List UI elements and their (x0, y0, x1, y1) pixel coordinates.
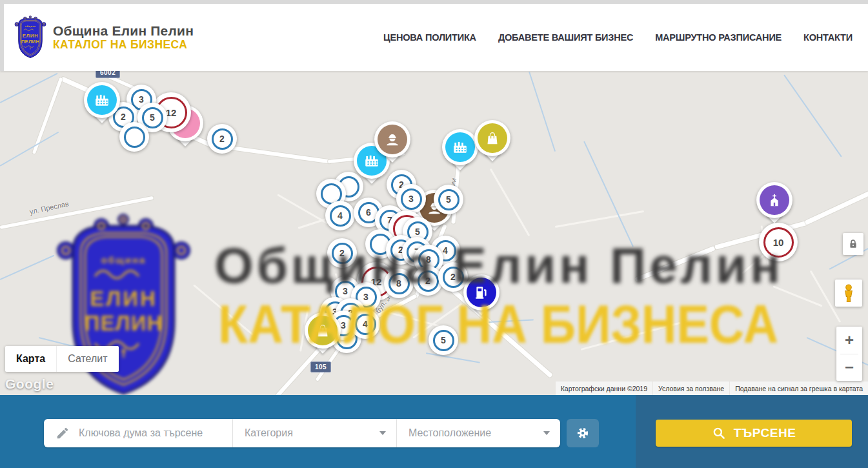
map-waterway (783, 74, 842, 157)
cluster-count: 8 (389, 273, 410, 294)
map-cluster-marker[interactable]: 10 (759, 223, 798, 261)
map-waterway (0, 255, 54, 280)
nav-add-your-business[interactable]: ДОБАВЕТЕ ВАШИЯТ БИЗНЕС (498, 32, 633, 43)
map-waterway (583, 141, 634, 247)
attribution-copyright: Картографски данни ©2019 (556, 382, 652, 395)
search-icon (712, 426, 726, 440)
cluster-count: 5 (142, 107, 163, 128)
location-dropdown-value: Местоположение (409, 427, 491, 439)
map-road (555, 210, 644, 228)
zoom-out-button[interactable]: − (836, 354, 862, 382)
main-nav: ЦЕНОВА ПОЛИТИКА ДОБАВЕТЕ ВАШИЯТ БИЗНЕС М… (383, 32, 853, 43)
map-type-control: Карта Сателит (5, 346, 119, 372)
road-number-badge: 105 (310, 361, 331, 372)
search-bar: Категория Местоположение ТЪРСЕНЕ (0, 395, 868, 468)
attribution-terms-link[interactable]: Условия за ползване (653, 382, 729, 395)
map-road (32, 77, 63, 154)
pegman-street-view-button[interactable] (835, 280, 862, 307)
map-pin-marker[interactable] (84, 82, 120, 127)
map-cluster-marker[interactable]: 5 (429, 325, 458, 355)
nav-pricing-policy[interactable]: ЦЕНОВА ПОЛИТИКА (383, 32, 476, 43)
zoom-control: + − (836, 327, 862, 381)
map-cluster-marker[interactable]: 3 (396, 184, 426, 214)
map-pin-marker[interactable] (756, 182, 792, 227)
chevron-down-icon (379, 431, 386, 435)
attribution-report-error-link[interactable]: Подаване на сигнал за грешка в картата (730, 382, 868, 395)
bag-icon (478, 123, 507, 153)
cluster-count (124, 127, 145, 148)
road-number-badge: 6002 (96, 71, 120, 78)
cluster-count: 2 (212, 128, 233, 150)
map-pin-marker[interactable] (374, 121, 410, 167)
map-cluster-marker[interactable] (119, 122, 149, 152)
map-pin-marker[interactable] (474, 120, 510, 165)
category-dropdown[interactable]: Категория (233, 419, 396, 447)
map-road (635, 246, 716, 282)
cluster-count: 2 (332, 243, 353, 264)
site-subtitle: КАТАЛОГ НА БИЗНЕСА (53, 39, 194, 52)
map-waterway (0, 73, 58, 103)
map-road (581, 322, 681, 351)
nav-route-schedule[interactable]: МАРШРУТНО РАЗПИСАНИЕ (655, 32, 782, 43)
map-road (772, 285, 822, 307)
map-pin-marker[interactable] (305, 312, 341, 358)
lock-icon (847, 238, 860, 250)
map-cluster-marker[interactable]: 4 (350, 309, 380, 339)
map-pin-marker[interactable] (442, 129, 478, 174)
keyword-section (44, 419, 232, 447)
pencil-icon (56, 426, 70, 440)
svg-text:община: община (101, 254, 146, 265)
search-button-label: ТЪРСЕНЕ (734, 426, 796, 440)
municipality-emblem-logo: община ЕЛИН ПЕЛИН (14, 15, 46, 61)
gear-icon (574, 425, 591, 442)
google-logo[interactable]: Google (5, 376, 54, 392)
factory-icon (87, 85, 117, 115)
brand-text: Община Елин Пелин КАТАЛОГ НА БИЗНЕСА (53, 23, 194, 51)
map-waterway (426, 352, 480, 363)
svg-text:ЕЛИН: ЕЛИН (90, 287, 157, 310)
map-cluster-marker[interactable]: 2 (207, 124, 237, 154)
keyword-search-input[interactable] (79, 427, 227, 439)
svg-text:ПЕЛИН: ПЕЛИН (85, 311, 163, 335)
map-type-satellite-button[interactable]: Сателит (56, 346, 118, 372)
cluster-count: 5 (433, 330, 454, 351)
site-title: Община Елин Пелин (53, 23, 194, 39)
svg-text:ЕЛИН: ЕЛИН (23, 33, 39, 39)
map-attribution: Картографски данни ©2019 Условия за полз… (555, 382, 868, 395)
svg-text:ПЕЛИН: ПЕЛИН (21, 39, 40, 45)
pegman-icon (839, 283, 858, 303)
map-waterway (489, 319, 534, 323)
map-waterway (0, 132, 59, 167)
map-pin-marker[interactable] (463, 274, 500, 320)
map-road (0, 196, 154, 229)
advanced-settings-button[interactable] (567, 419, 599, 447)
cluster-count: 3 (401, 188, 422, 210)
category-dropdown-value: Категория (245, 427, 293, 439)
location-dropdown[interactable]: Местоположение (397, 419, 560, 447)
brand[interactable]: община ЕЛИН ПЕЛИН Община Елин Пелин КАТА… (14, 14, 194, 61)
map-type-map-button[interactable]: Карта (5, 346, 56, 372)
lock-button[interactable] (843, 233, 863, 255)
map-cluster-marker[interactable]: 4 (325, 201, 355, 230)
map-cluster-marker[interactable]: 5 (434, 185, 463, 214)
map-waterway (529, 72, 556, 152)
nav-contacts[interactable]: КОНТАКТИ (803, 32, 853, 43)
search-button[interactable]: ТЪРСЕНЕ (656, 420, 852, 447)
cluster-count: 4 (330, 205, 351, 227)
search-field-group: Категория Местоположение (44, 419, 560, 447)
map-road (193, 284, 254, 335)
worker-icon (378, 125, 407, 154)
map-cluster-marker[interactable]: 2 (327, 238, 357, 268)
page: ул. Преславбул. „Новоселции6002105 12325… (0, 0, 868, 468)
church-icon (760, 185, 789, 215)
map-cluster-marker[interactable]: 8 (384, 269, 414, 298)
google-map[interactable]: ул. Преславбул. „Новоселции6002105 12325… (0, 71, 868, 395)
zoom-in-button[interactable]: + (836, 327, 862, 354)
cluster-count: 4 (355, 314, 376, 335)
map-road (490, 168, 530, 236)
svg-text:община: община (25, 25, 35, 28)
map-road (805, 190, 868, 225)
bag-icon (308, 316, 338, 345)
factory-icon (445, 132, 475, 162)
fuel-icon (467, 278, 496, 307)
